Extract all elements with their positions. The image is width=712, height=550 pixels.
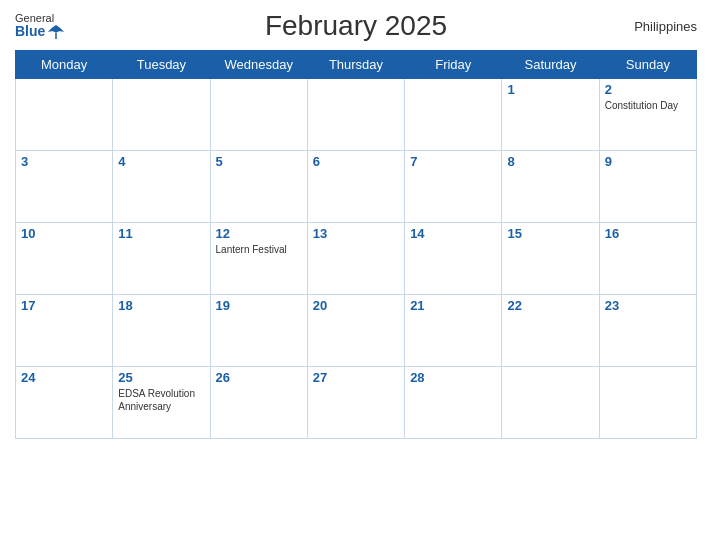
- calendar-week-row: 101112Lantern Festival13141516: [16, 223, 697, 295]
- calendar-cell: 28: [405, 367, 502, 439]
- calendar-cell: [502, 367, 599, 439]
- day-number: 4: [118, 154, 204, 169]
- calendar-cell: 10: [16, 223, 113, 295]
- calendar-cell: 16: [599, 223, 696, 295]
- calendar-cell: 21: [405, 295, 502, 367]
- calendar-container: General Blue February 2025 Philippines M…: [0, 0, 712, 550]
- day-number: 19: [216, 298, 302, 313]
- logo: General Blue: [15, 12, 65, 40]
- event-text: Lantern Festival: [216, 243, 302, 256]
- day-number: 24: [21, 370, 107, 385]
- day-number: 3: [21, 154, 107, 169]
- calendar-cell: [16, 79, 113, 151]
- day-number: 8: [507, 154, 593, 169]
- header-friday: Friday: [405, 51, 502, 79]
- header-saturday: Saturday: [502, 51, 599, 79]
- day-number: 7: [410, 154, 496, 169]
- calendar-week-row: 3456789: [16, 151, 697, 223]
- calendar-cell: 9: [599, 151, 696, 223]
- day-number: 18: [118, 298, 204, 313]
- day-number: 13: [313, 226, 399, 241]
- calendar-cell: [599, 367, 696, 439]
- calendar-cell: [113, 79, 210, 151]
- day-number: 20: [313, 298, 399, 313]
- calendar-cell: 8: [502, 151, 599, 223]
- calendar-cell: 7: [405, 151, 502, 223]
- header-monday: Monday: [16, 51, 113, 79]
- header-thursday: Thursday: [307, 51, 404, 79]
- day-number: 22: [507, 298, 593, 313]
- calendar-cell: 23: [599, 295, 696, 367]
- day-number: 10: [21, 226, 107, 241]
- calendar-cell: [307, 79, 404, 151]
- calendar-cell: 4: [113, 151, 210, 223]
- calendar-header: General Blue February 2025 Philippines: [15, 10, 697, 42]
- calendar-cell: 2Constitution Day: [599, 79, 696, 151]
- calendar-cell: 22: [502, 295, 599, 367]
- header-wednesday: Wednesday: [210, 51, 307, 79]
- calendar-cell: 13: [307, 223, 404, 295]
- calendar-cell: 6: [307, 151, 404, 223]
- header-sunday: Sunday: [599, 51, 696, 79]
- day-number: 26: [216, 370, 302, 385]
- event-text: EDSA Revolution Anniversary: [118, 387, 204, 413]
- calendar-cell: 20: [307, 295, 404, 367]
- calendar-cell: 24: [16, 367, 113, 439]
- calendar-cell: 18: [113, 295, 210, 367]
- logo-blue: Blue: [15, 24, 45, 39]
- calendar-cell: 11: [113, 223, 210, 295]
- day-number: 12: [216, 226, 302, 241]
- day-number: 17: [21, 298, 107, 313]
- calendar-cell: 5: [210, 151, 307, 223]
- calendar-cell: 1: [502, 79, 599, 151]
- day-number: 28: [410, 370, 496, 385]
- calendar-week-row: 17181920212223: [16, 295, 697, 367]
- calendar-week-row: 2425EDSA Revolution Anniversary262728: [16, 367, 697, 439]
- day-number: 11: [118, 226, 204, 241]
- day-number: 27: [313, 370, 399, 385]
- weekday-header-row: Monday Tuesday Wednesday Thursday Friday…: [16, 51, 697, 79]
- logo-bird-icon: [47, 24, 65, 40]
- calendar-cell: 19: [210, 295, 307, 367]
- day-number: 6: [313, 154, 399, 169]
- day-number: 5: [216, 154, 302, 169]
- day-number: 14: [410, 226, 496, 241]
- calendar-cell: 27: [307, 367, 404, 439]
- calendar-cell: [210, 79, 307, 151]
- day-number: 9: [605, 154, 691, 169]
- day-number: 15: [507, 226, 593, 241]
- logo-general: General: [15, 12, 65, 24]
- calendar-cell: 12Lantern Festival: [210, 223, 307, 295]
- day-number: 2: [605, 82, 691, 97]
- country-label: Philippines: [634, 19, 697, 34]
- calendar-cell: 14: [405, 223, 502, 295]
- day-number: 16: [605, 226, 691, 241]
- calendar-cell: 26: [210, 367, 307, 439]
- day-number: 23: [605, 298, 691, 313]
- title-section: February 2025: [265, 10, 447, 42]
- calendar-table: Monday Tuesday Wednesday Thursday Friday…: [15, 50, 697, 439]
- event-text: Constitution Day: [605, 99, 691, 112]
- day-number: 25: [118, 370, 204, 385]
- calendar-week-row: 12Constitution Day: [16, 79, 697, 151]
- calendar-cell: 15: [502, 223, 599, 295]
- calendar-cell: 3: [16, 151, 113, 223]
- month-year-title: February 2025: [265, 10, 447, 41]
- calendar-cell: [405, 79, 502, 151]
- day-number: 21: [410, 298, 496, 313]
- header-tuesday: Tuesday: [113, 51, 210, 79]
- calendar-body: 12Constitution Day3456789101112Lantern F…: [16, 79, 697, 439]
- day-number: 1: [507, 82, 593, 97]
- calendar-cell: 17: [16, 295, 113, 367]
- calendar-cell: 25EDSA Revolution Anniversary: [113, 367, 210, 439]
